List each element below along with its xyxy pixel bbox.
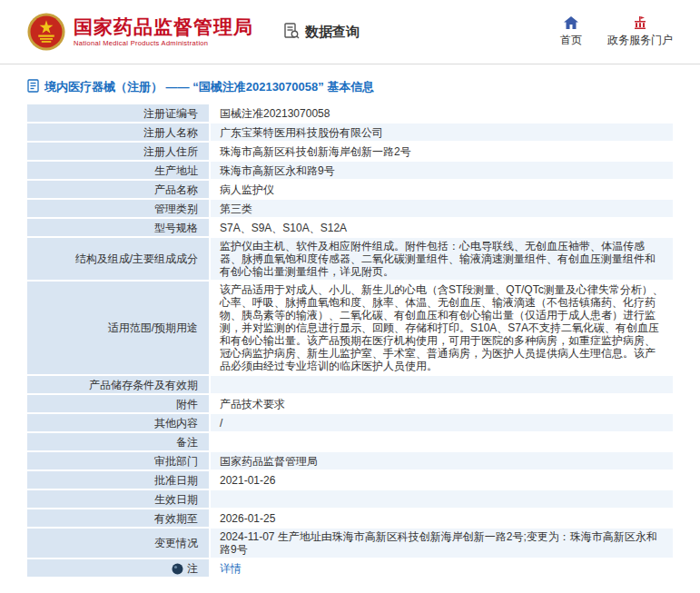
row-label: 型号规格: [27, 219, 209, 236]
site-header: 国家药品监督管理局 National Medical Products Admi…: [0, 0, 700, 64]
main-content: 境内医疗器械（注册） —— “国械注准20213070058” 基本信息 注册证…: [0, 64, 700, 577]
data-query-icon: [282, 22, 301, 43]
row-value: 广东宝莱特医用科技股份有限公司: [211, 124, 673, 141]
table-row: 型号规格S7A、S9A、S10A、S12A: [27, 219, 673, 236]
nav-portal-label: 政务服务门户: [607, 33, 673, 48]
table-row: 有效期至2026-01-25: [27, 509, 673, 527]
row-label: 注册证编号: [27, 104, 209, 122]
home-icon: [564, 16, 578, 29]
table-row: 审批部门国家药品监督管理局: [27, 452, 673, 469]
agency-title-block: 国家药品监督管理局 National Medical Products Admi…: [74, 16, 253, 47]
row-label: 生产地址: [27, 162, 209, 179]
table-row: 产品名称病人监护仪: [27, 181, 673, 198]
table-row: 附件产品技术要求: [27, 395, 673, 412]
row-label: 变更情况: [27, 529, 209, 558]
row-label: 适用范围/预期用途: [27, 282, 209, 374]
row-value: 第三类: [211, 200, 673, 217]
row-value: 2024-11-07 生产地址由珠海市高新区科技创新海岸创新一路2号;变更为：珠…: [211, 529, 673, 558]
row-value: [211, 433, 673, 450]
agency-name-cn: 国家药品监督管理局: [74, 16, 253, 37]
row-label: 生效日期: [27, 490, 209, 508]
row-value: [211, 376, 673, 393]
row-value: 珠海市高新区科技创新海岸创新一路2号: [211, 143, 673, 160]
row-label: 注册人住所: [27, 143, 209, 160]
row-label: 备注: [27, 433, 209, 450]
agency-name-en: National Medical Products Administration: [74, 39, 253, 47]
table-row: 结构及组成/主要组成成分监护仪由主机、软件及相应附件组成。附件包括：心电导联线、…: [27, 238, 673, 280]
row-label: 其他内容: [27, 414, 209, 431]
data-query-label: 数据查询: [305, 24, 360, 41]
table-row: 产品储存条件及有效期: [27, 376, 673, 393]
row-value: 国家药品监督管理局: [211, 452, 673, 469]
table-row: 备注: [27, 433, 673, 450]
table-row: 注 详情: [27, 559, 673, 577]
page-title: 境内医疗器械（注册） —— “国械注准20213070058” 基本信息: [44, 79, 374, 95]
row-value: 详情: [211, 559, 673, 577]
detail-link[interactable]: 详情: [220, 562, 242, 575]
row-label: 注册人名称: [27, 124, 209, 141]
table-row: 批准日期2021-01-26: [27, 471, 673, 489]
row-label: 审批部门: [27, 452, 209, 469]
header-left: 国家药品监督管理局 National Medical Products Admi…: [27, 13, 360, 51]
row-label: 产品名称: [27, 181, 209, 198]
row-value: /: [211, 414, 673, 431]
row-label: 批准日期: [27, 471, 209, 489]
nav-home[interactable]: 首页: [560, 16, 582, 48]
table-row: 变更情况2024-11-07 生产地址由珠海市高新区科技创新海岸创新一路2号;变…: [27, 529, 673, 558]
row-value: 病人监护仪: [211, 181, 673, 198]
portal-icon: [633, 16, 647, 29]
table-row: 管理类别第三类: [27, 200, 673, 217]
national-emblem-logo: [27, 13, 65, 51]
table-row: 其他内容/: [27, 414, 673, 431]
data-query-tab[interactable]: 数据查询: [282, 22, 360, 43]
row-value: 该产品适用于对成人、小儿、新生儿的心电（含ST段测量、QT/QTc测量及心律失常…: [211, 282, 673, 374]
row-value: [211, 490, 673, 508]
note-icon: [172, 563, 183, 575]
row-label: 注: [27, 559, 209, 577]
document-icon: [27, 79, 39, 95]
row-label: 结构及组成/主要组成成分: [27, 238, 209, 280]
nav-portal[interactable]: 政务服务门户: [607, 16, 673, 48]
row-value: 国械注准20213070058: [211, 104, 673, 122]
header-nav: 首页 政务服务门户: [560, 16, 673, 48]
nav-home-label: 首页: [560, 33, 582, 48]
registration-info-table: 注册证编号国械注准20213070058 注册人名称广东宝莱特医用科技股份有限公…: [27, 104, 673, 577]
row-value: 产品技术要求: [211, 395, 673, 412]
row-value: 监护仪由主机、软件及相应附件组成。附件包括：心电导联线、无创血压袖带、体温传感器…: [211, 238, 673, 280]
breadcrumb: 境内医疗器械（注册） —— “国械注准20213070058” 基本信息: [27, 79, 673, 95]
table-row: 生效日期: [27, 490, 673, 508]
row-label: 有效期至: [27, 509, 209, 527]
table-row: 适用范围/预期用途该产品适用于对成人、小儿、新生儿的心电（含ST段测量、QT/Q…: [27, 282, 673, 374]
row-label: 产品储存条件及有效期: [27, 376, 209, 393]
table-row: 生产地址珠海市高新区永和路9号: [27, 162, 673, 179]
row-value: 2021-01-26: [211, 471, 673, 489]
row-value: 2026-01-25: [211, 509, 673, 527]
row-value: S7A、S9A、S10A、S12A: [211, 219, 673, 236]
table-row: 注册证编号国械注准20213070058: [27, 104, 673, 122]
row-label: 管理类别: [27, 200, 209, 217]
table-row: 注册人名称广东宝莱特医用科技股份有限公司: [27, 124, 673, 141]
table-row: 注册人住所珠海市高新区科技创新海岸创新一路2号: [27, 143, 673, 160]
row-label: 附件: [27, 395, 209, 412]
row-value: 珠海市高新区永和路9号: [211, 162, 673, 179]
